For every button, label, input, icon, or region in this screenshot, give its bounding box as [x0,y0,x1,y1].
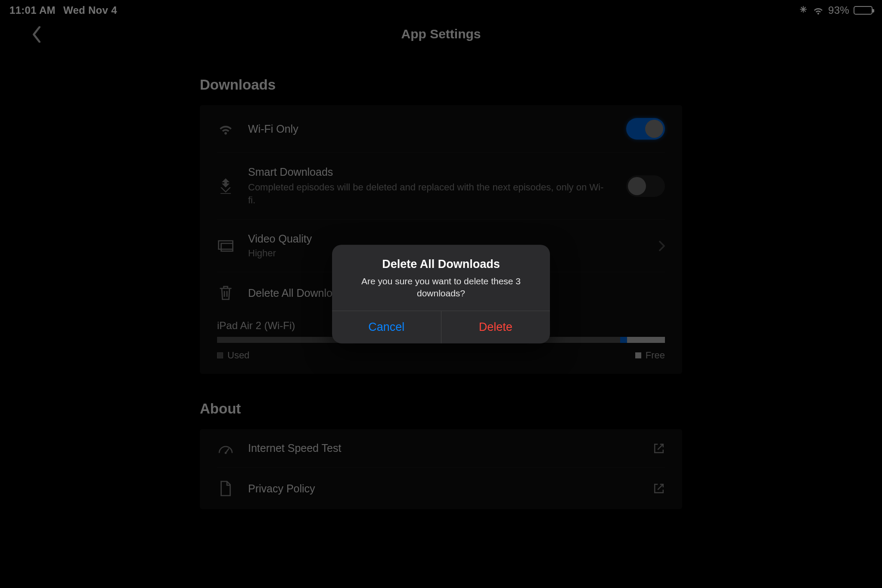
modal-body: Delete All Downloads Are you sure you wa… [332,245,550,311]
delete-confirm-modal: Delete All Downloads Are you sure you wa… [332,245,550,344]
delete-button[interactable]: Delete [441,311,550,343]
cancel-button[interactable]: Cancel [332,311,441,343]
modal-actions: Cancel Delete [332,311,550,343]
modal-title: Delete All Downloads [344,258,538,271]
modal-message: Are you sure you want to delete these 3 … [344,275,538,300]
